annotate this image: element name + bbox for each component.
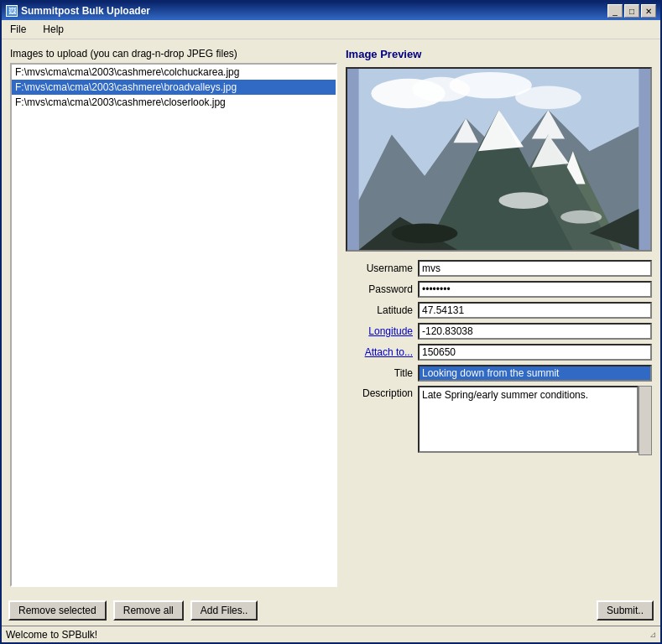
remove-selected-button[interactable]: Remove selected [8, 600, 107, 621]
description-label: Description [346, 386, 413, 399]
right-panel: Image Preview [346, 48, 652, 587]
username-row: Username [346, 260, 652, 277]
attach-label[interactable]: Attach to... [346, 346, 413, 358]
close-button[interactable]: ✕ [641, 4, 656, 18]
title-row: Title [346, 365, 652, 382]
title-bar: 🖼 Summitpost Bulk Uploader _ □ ✕ [2, 2, 660, 20]
main-window: 🖼 Summitpost Bulk Uploader _ □ ✕ File He… [0, 0, 662, 644]
title-input[interactable] [418, 365, 652, 382]
status-bar: Welcome to SPBulk! ⊿ [2, 626, 660, 642]
file-item[interactable]: F:\mvs\cma\cma\2003\cashmere\colchuckare… [12, 65, 336, 80]
add-files-button[interactable]: Add Files.. [190, 600, 258, 621]
description-input[interactable]: Late Spring/early summer conditions. [418, 386, 639, 453]
longitude-label[interactable]: Longitude [346, 325, 413, 337]
file-item[interactable]: F:\mvs\cma\cma\2003\cashmere\closerlook.… [12, 95, 336, 110]
attach-input[interactable] [418, 344, 652, 361]
description-wrapper: Late Spring/early summer conditions. [418, 386, 652, 455]
window-title: Summitpost Bulk Uploader [21, 5, 150, 17]
image-preview [346, 67, 652, 252]
menu-file[interactable]: File [6, 22, 30, 37]
latitude-label: Latitude [346, 304, 413, 316]
title-label: Title [346, 367, 413, 379]
file-list-label: Images to upload (you can drag-n-drop JP… [10, 48, 337, 60]
description-scrollbar[interactable] [639, 386, 652, 455]
password-row: Password [346, 281, 652, 298]
maximize-button[interactable]: □ [624, 4, 639, 18]
username-input[interactable] [418, 260, 652, 277]
username-label: Username [346, 262, 413, 274]
minimize-button[interactable]: _ [607, 4, 623, 18]
main-content: Images to upload (you can drag-n-drop JP… [2, 39, 660, 595]
menu-bar: File Help [2, 20, 660, 39]
form-area: Username Password Latitude Longitude Att [346, 260, 652, 455]
title-bar-left: 🖼 Summitpost Bulk Uploader [6, 5, 150, 17]
remove-all-button[interactable]: Remove all [113, 600, 184, 621]
latitude-row: Latitude [346, 302, 652, 319]
password-label: Password [346, 283, 413, 295]
submit-button[interactable]: Submit.. [597, 600, 654, 621]
longitude-input[interactable] [418, 323, 652, 340]
preview-label: Image Preview [346, 48, 652, 60]
longitude-row: Longitude [346, 323, 652, 340]
bottom-bar: Remove selected Remove all Add Files.. S… [2, 595, 660, 626]
password-input[interactable] [418, 281, 652, 298]
description-row: Description Late Spring/early summer con… [346, 386, 652, 455]
left-panel: Images to upload (you can drag-n-drop JP… [10, 48, 337, 587]
svg-point-14 [499, 192, 549, 209]
resize-grip[interactable]: ⊿ [649, 630, 656, 639]
window-controls: _ □ ✕ [607, 4, 656, 18]
svg-point-4 [515, 86, 581, 109]
file-item[interactable]: F:\mvs\cma\cma\2003\cashmere\broadvalley… [12, 80, 336, 95]
file-list[interactable]: F:\mvs\cma\cma\2003\cashmere\colchuckare… [10, 63, 337, 587]
svg-point-18 [392, 224, 458, 244]
latitude-input[interactable] [418, 302, 652, 319]
app-icon: 🖼 [6, 5, 18, 17]
attach-row: Attach to... [346, 344, 652, 361]
status-message: Welcome to SPBulk! [6, 629, 97, 641]
menu-help[interactable]: Help [39, 22, 68, 37]
svg-point-15 [560, 210, 602, 224]
